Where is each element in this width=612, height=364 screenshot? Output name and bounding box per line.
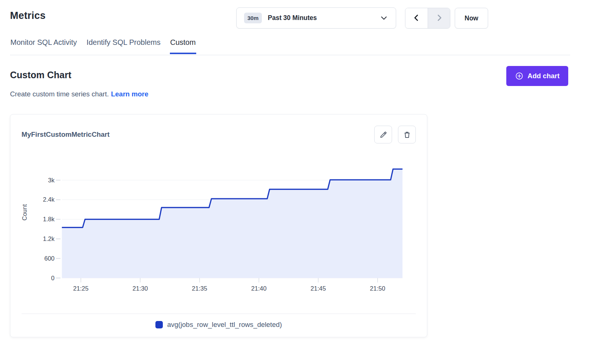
tab-monitor-sql-activity[interactable]: Monitor SQL Activity [10,38,77,54]
trash-icon [403,130,411,139]
svg-text:Count: Count [21,204,28,221]
svg-text:3k: 3k [48,177,55,183]
delete-chart-button[interactable] [398,126,416,143]
svg-text:21:35: 21:35 [192,285,207,292]
time-nav-group [405,8,450,29]
now-button[interactable]: Now [455,8,488,29]
svg-text:21:40: 21:40 [251,285,266,292]
svg-text:21:25: 21:25 [73,285,88,292]
tab-custom[interactable]: Custom [170,38,196,54]
section-title: Custom Chart [10,70,71,80]
custom-chart-plot[interactable]: 06001.2k1.8k2.4k3k21:2521:3021:3521:4021… [10,153,427,298]
section-subtitle: Create custom time series chart.Learn mo… [10,90,148,98]
plus-circle-icon [515,72,524,80]
prev-time-button[interactable] [405,8,428,28]
svg-text:2.4k: 2.4k [43,196,55,203]
svg-text:1.2k: 1.2k [43,235,55,242]
time-range-badge: 30m [244,13,262,23]
tab-identify-sql-problems[interactable]: Identify SQL Problems [86,38,161,54]
chevron-left-icon [412,14,421,23]
subtitle-text: Create custom time series chart. [10,90,109,98]
page-title: Metrics [10,10,46,21]
add-chart-label: Add chart [527,72,559,80]
svg-text:0: 0 [51,275,55,281]
next-time-button[interactable] [428,8,450,28]
tabs-divider [10,55,570,55]
chart-card: MyFirstCustomMetricChart 06001.2k1.8k2.4… [10,114,427,337]
time-range-label: Past 30 Minutes [268,14,317,22]
legend-label: avg(jobs_row_level_ttl_rows_deleted) [167,321,282,329]
chevron-down-icon [381,16,387,20]
svg-text:21:30: 21:30 [132,285,148,292]
learn-more-link[interactable]: Learn more [111,90,148,98]
add-chart-button[interactable]: Add chart [506,66,568,86]
card-divider [22,314,416,314]
chevron-right-icon [435,14,443,23]
chart-card-header: MyFirstCustomMetricChart [10,115,427,143]
chart-title: MyFirstCustomMetricChart [22,130,109,139]
svg-text:1.8k: 1.8k [43,216,55,222]
time-range-dropdown[interactable]: 30m Past 30 Minutes [236,7,396,29]
chart-actions [374,126,416,143]
metrics-tabs: Monitor SQL Activity Identify SQL Proble… [10,38,196,54]
edit-chart-button[interactable] [374,126,392,143]
pencil-icon [379,130,388,139]
svg-text:21:50: 21:50 [370,285,385,292]
svg-text:21:45: 21:45 [310,285,326,292]
chart-legend[interactable]: avg(jobs_row_level_ttl_rows_deleted) [10,321,427,329]
svg-text:600: 600 [44,255,55,262]
legend-swatch [155,321,163,328]
